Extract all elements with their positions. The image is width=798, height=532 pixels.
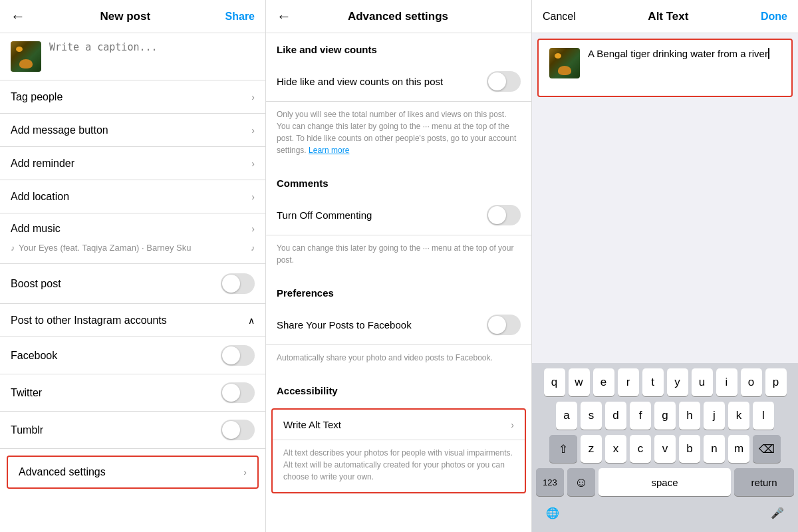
- key-v[interactable]: v: [654, 435, 676, 463]
- learn-more-link[interactable]: Learn more: [309, 146, 349, 155]
- cancel-button[interactable]: Cancel: [543, 11, 576, 23]
- turn-off-commenting-item[interactable]: Turn Off Commenting: [266, 196, 531, 235]
- post-to-accounts-label: Post to other Instagram accounts: [11, 315, 167, 327]
- share-button[interactable]: Share: [225, 11, 255, 23]
- alt-text-description: Alt text describes your photos for peopl…: [273, 440, 525, 492]
- share-to-facebook-toggle[interactable]: [487, 315, 521, 335]
- alt-text-thumbnail: [549, 48, 580, 78]
- globe-key[interactable]: 🌐: [539, 501, 567, 524]
- new-post-panel: ← New post Share Tag people › Add messag…: [0, 0, 266, 532]
- add-reminder-label: Add reminder: [11, 158, 74, 170]
- key-u[interactable]: u: [692, 368, 713, 396]
- boost-post-toggle[interactable]: [221, 273, 255, 294]
- caption-input[interactable]: [49, 41, 255, 65]
- add-location-label: Add location: [11, 191, 69, 203]
- key-o[interactable]: o: [741, 368, 762, 396]
- key-j[interactable]: j: [704, 402, 725, 430]
- menu-list: Tag people › Add message button › Add re…: [0, 80, 265, 532]
- key-d[interactable]: d: [605, 402, 626, 430]
- comments-section-title: Comments: [266, 167, 531, 196]
- key-e[interactable]: e: [593, 368, 614, 396]
- hide-like-count-item[interactable]: Hide like and view counts on this post: [266, 62, 531, 102]
- add-reminder-item[interactable]: Add reminder ›: [0, 147, 265, 180]
- key-f[interactable]: f: [630, 402, 651, 430]
- advanced-settings-item[interactable]: Advanced settings ›: [7, 456, 259, 489]
- text-cursor: [768, 48, 769, 59]
- twitter-toggle[interactable]: [221, 382, 255, 403]
- key-g[interactable]: g: [654, 402, 676, 430]
- facebook-label: Facebook: [11, 350, 57, 362]
- turn-off-commenting-desc: You can change this later by going to th…: [266, 235, 531, 277]
- music-note-icon-right: ♪: [251, 243, 255, 253]
- post-to-accounts-item[interactable]: Post to other Instagram accounts ∧: [0, 304, 265, 337]
- key-i[interactable]: i: [716, 368, 737, 396]
- number-key[interactable]: 123: [536, 468, 564, 496]
- advanced-settings-header: ← Advanced settings: [266, 0, 531, 33]
- emoji-key[interactable]: ☺: [567, 468, 595, 496]
- music-track-label: ♪ Your Eyes (feat. Taqiya Zaman) · Barne…: [11, 243, 191, 253]
- backspace-key[interactable]: ⌫: [753, 435, 781, 463]
- back-icon[interactable]: ←: [11, 8, 25, 25]
- key-y[interactable]: y: [667, 368, 688, 396]
- tag-people-chevron: ›: [251, 92, 255, 102]
- space-key[interactable]: space: [598, 468, 731, 496]
- accessibility-section-title: Accessibility: [266, 374, 531, 403]
- key-p[interactable]: p: [765, 368, 787, 396]
- add-music-item[interactable]: Add music › ♪ Your Eyes (feat. Taqiya Za…: [0, 213, 265, 264]
- boost-post-item[interactable]: Boost post: [0, 264, 265, 304]
- new-post-header: ← New post Share: [0, 0, 265, 33]
- key-c[interactable]: c: [630, 435, 651, 463]
- key-n[interactable]: n: [704, 435, 725, 463]
- done-button[interactable]: Done: [761, 11, 787, 23]
- tumblr-item[interactable]: Tumblr: [0, 412, 265, 449]
- key-q[interactable]: q: [544, 368, 565, 396]
- advanced-back-icon[interactable]: ←: [277, 8, 291, 25]
- key-t[interactable]: t: [642, 368, 664, 396]
- alt-text-title: Alt Text: [648, 10, 688, 23]
- key-s[interactable]: s: [581, 402, 602, 430]
- advanced-settings-title: Advanced settings: [348, 10, 448, 23]
- key-b[interactable]: b: [679, 435, 700, 463]
- key-a[interactable]: a: [556, 402, 577, 430]
- key-l[interactable]: l: [753, 402, 774, 430]
- alt-text-input-area: A Bengal tiger drinking water from a riv…: [537, 39, 793, 97]
- write-alt-text-item[interactable]: Write Alt Text ›: [273, 410, 525, 440]
- music-track-name: Your Eyes (feat. Taqiya Zaman) · Barney …: [19, 243, 191, 253]
- like-view-section-title: Like and view counts: [266, 33, 531, 62]
- add-music-label: Add music: [11, 223, 61, 235]
- alt-text-panel: Cancel Alt Text Done A Bengal tiger drin…: [532, 0, 798, 532]
- key-r[interactable]: r: [618, 368, 639, 396]
- tag-people-item[interactable]: Tag people ›: [0, 80, 265, 114]
- alt-text-header: Cancel Alt Text Done: [532, 0, 798, 33]
- share-to-facebook-item[interactable]: Share Your Posts to Facebook: [266, 305, 531, 345]
- alt-text-content: A Bengal tiger drinking water from a riv…: [588, 48, 768, 59]
- facebook-toggle[interactable]: [221, 345, 255, 366]
- add-location-item[interactable]: Add location ›: [0, 180, 265, 213]
- shift-key[interactable]: ⇧: [549, 435, 577, 463]
- add-reminder-chevron: ›: [251, 158, 255, 169]
- mic-key[interactable]: 🎤: [763, 501, 791, 524]
- write-alt-text-label: Write Alt Text: [283, 419, 511, 430]
- key-w[interactable]: w: [569, 368, 590, 396]
- key-m[interactable]: m: [728, 435, 749, 463]
- advanced-settings-label: Advanced settings: [19, 466, 106, 478]
- return-key[interactable]: return: [734, 468, 794, 496]
- twitter-item[interactable]: Twitter: [0, 374, 265, 412]
- hide-like-count-toggle[interactable]: [487, 71, 521, 92]
- tumblr-label: Tumblr: [11, 424, 43, 436]
- add-message-button-item[interactable]: Add message button ›: [0, 114, 265, 147]
- key-k[interactable]: k: [728, 402, 749, 430]
- alt-text-field[interactable]: A Bengal tiger drinking water from a riv…: [588, 48, 781, 88]
- key-z[interactable]: z: [581, 435, 602, 463]
- hide-like-count-label: Hide like and view counts on this post: [277, 76, 487, 87]
- advanced-settings-panel: ← Advanced settings Like and view counts…: [266, 0, 532, 532]
- keyboard-row-4: 123 ☺ space return: [535, 468, 795, 496]
- facebook-item[interactable]: Facebook: [0, 337, 265, 374]
- tumblr-toggle[interactable]: [221, 420, 255, 440]
- hide-like-count-desc: Only you will see the total number of li…: [266, 102, 531, 167]
- key-h[interactable]: h: [679, 402, 700, 430]
- turn-off-commenting-toggle[interactable]: [487, 205, 521, 225]
- key-x[interactable]: x: [605, 435, 626, 463]
- accessibility-section: Write Alt Text › Alt text describes your…: [271, 408, 526, 493]
- new-post-title: New post: [100, 10, 150, 23]
